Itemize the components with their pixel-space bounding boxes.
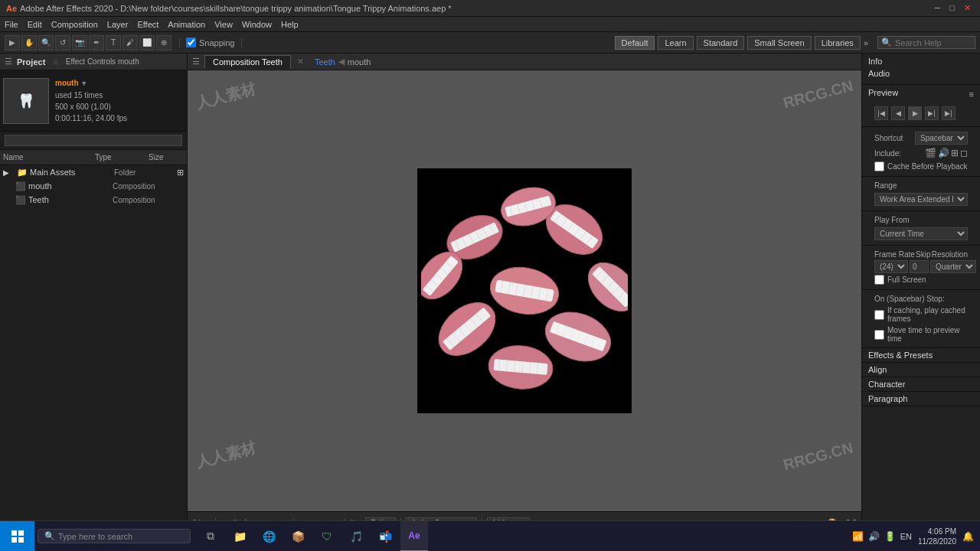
thumb-used: used 15 times [55,90,127,101]
menu-composition[interactable]: Composition [51,20,98,29]
minimize-btn[interactable]: ─ [935,3,941,13]
cache-frames-row: If caching, play cached frames [868,305,974,324]
shape-tool[interactable]: ⬜ [139,35,155,51]
info-title[interactable]: Info [868,57,974,66]
lang-icon[interactable]: EN [900,532,912,541]
menu-help[interactable]: Help [281,20,299,29]
search-help-input[interactable] [895,38,972,47]
col-header-type[interactable]: Type [95,153,149,161]
project-search-input[interactable] [5,135,182,146]
preview-last-frame[interactable]: ▶| [942,106,956,120]
system-clock[interactable]: 4:06 PM 11/28/2020 [918,527,956,546]
breadcrumb-teeth[interactable]: Teeth [315,57,335,67]
rotate-tool[interactable]: ↺ [55,35,70,51]
col-header-name[interactable]: Name [3,153,95,161]
paragraph-link[interactable]: Paragraph [862,392,980,406]
frame-rate-select[interactable]: (24) [874,260,908,273]
notification-icon[interactable]: 🔔 [962,531,974,542]
viewer-area: 人人素材 RRCG.CN 人人素材 RRCG.CN [188,70,861,511]
project-item-main-assets[interactable]: ▶ 📁 Main Assets Folder ⊞ [0,165,187,179]
skip-input[interactable] [910,260,929,273]
item-name: Teeth [28,195,113,204]
shortcut-select[interactable]: Spacebar [915,132,968,145]
menu-animation[interactable]: Animation [168,20,205,29]
resolution-select[interactable]: Quarter [930,260,976,273]
frame-rate-section: Frame Rate Skip Resolution (24) Quarter … [862,246,980,290]
workspace-libraries[interactable]: Libraries [815,36,861,50]
project-items-list: ▶ 📁 Main Assets Folder ⊞ ⬛ mouth Composi… [0,165,187,534]
network-icon[interactable]: 📶 [852,531,864,542]
project-item-teeth[interactable]: ⬛ Teeth Composition [0,193,187,207]
workspace-learn[interactable]: Learn [658,36,693,50]
menu-view[interactable]: View [214,20,233,29]
move-time-checkbox[interactable] [874,330,884,340]
workspace-standard[interactable]: Standard [697,36,745,50]
tab-close-icon[interactable]: ✕ [297,57,304,67]
taskbar-music[interactable]: 🎵 [342,521,370,552]
zoom-tool[interactable]: 🔍 [38,35,54,51]
align-link[interactable]: Align [862,363,980,377]
volume-icon[interactable]: 🔊 [868,531,880,542]
character-link[interactable]: Character [862,377,980,392]
preview-play[interactable]: ▶ [908,106,922,120]
composition-header: ☰ Composition Teeth ✕ Teeth ◀ mouth [188,54,861,70]
menu-effect[interactable]: Effect [137,20,158,29]
composition-tab[interactable]: Composition Teeth [204,55,291,69]
puppet-tool[interactable]: ⊕ [156,35,172,51]
menu-window[interactable]: Window [242,20,272,29]
cache-frames-checkbox[interactable] [874,310,884,320]
breadcrumb-sep: ◀ [338,57,345,67]
include-label: Include: [874,149,901,158]
workspace-more[interactable]: » [864,38,868,47]
camera-tool[interactable]: 📷 [72,35,87,51]
brush-tool[interactable]: 🖌 [122,35,138,51]
workspace-default[interactable]: Default [615,36,655,50]
play-from-select[interactable]: Current Time [874,227,968,240]
taskbar-file-explorer[interactable]: 📁 [226,521,253,552]
battery-icon[interactable]: 🔋 [884,531,896,542]
full-screen-checkbox[interactable] [874,275,884,285]
taskbar-search-bar[interactable]: 🔍 Type here to search [38,529,191,543]
panel-separator: ≡ [53,57,57,67]
taskbar-task-view[interactable]: ⧉ [197,521,224,552]
menu-file[interactable]: File [5,20,18,29]
maximize-btn[interactable]: □ [949,3,955,13]
preview-menu-icon[interactable]: ≡ [969,90,974,99]
taskbar-edge[interactable]: 🌐 [255,521,283,552]
preview-title[interactable]: Preview [868,88,898,97]
audio-title[interactable]: Audio [868,69,974,78]
taskbar-shield[interactable]: 🛡 [313,521,341,552]
include-overlay-icon[interactable]: ◻ [960,148,968,158]
project-item-mouth[interactable]: ⬛ mouth Composition [0,179,187,193]
include-audio-icon[interactable]: 🔊 [938,148,949,158]
hand-tool[interactable]: ✋ [21,35,37,51]
taskbar-after-effects[interactable]: Ae [400,521,428,552]
range-select[interactable]: Work Area Extended By Current... [874,193,968,206]
title-bar: Ae Adobe After Effects 2020 - D:\New fol… [0,0,980,17]
close-btn[interactable]: ✕ [964,3,971,13]
item-type: Composition [113,182,166,191]
breadcrumb-mouth[interactable]: mouth [348,57,371,67]
text-tool[interactable]: T [106,35,121,51]
pen-tool[interactable]: ✒ [89,35,104,51]
taskbar-mail[interactable]: 📬 [371,521,399,552]
effects-presets-link[interactable]: Effects & Presets [862,348,980,363]
workspace-small-screen[interactable]: Small Screen [747,36,811,50]
taskbar-store[interactable]: 📦 [284,521,312,552]
include-video-icon[interactable]: 🎬 [925,148,936,158]
app-icon: Ae [6,4,17,13]
preview-first-frame[interactable]: |◀ [874,106,888,120]
menu-layer[interactable]: Layer [107,20,129,29]
cache-checkbox[interactable] [874,161,884,171]
include-all-icon[interactable]: ⊞ [951,148,959,158]
col-header-size[interactable]: Size [149,153,179,161]
thumbnail-area: 🦷 mouth ▼ used 15 times 500 x 600 (1.00)… [0,70,187,132]
snapping-checkbox[interactable] [186,37,196,47]
menu-edit[interactable]: Edit [28,20,42,29]
preview-prev-frame[interactable]: ◀ [891,106,905,120]
effect-controls-tab[interactable]: Effect Controls mouth [66,57,139,66]
select-tool[interactable]: ▶ [5,35,20,51]
app-title: Adobe After Effects 2020 - D:\New folder… [20,4,452,13]
start-button[interactable] [0,521,34,552]
preview-next-frame[interactable]: ▶| [925,106,939,120]
